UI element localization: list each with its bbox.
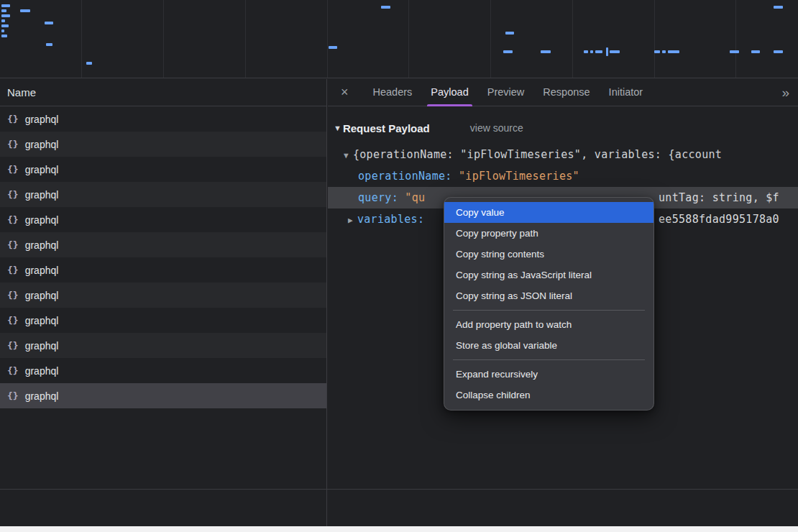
network-activity-bar [584, 50, 588, 53]
menu-separator [453, 310, 645, 311]
timeline-gridline [408, 0, 409, 78]
network-activity-bar [503, 50, 513, 53]
column-header-name[interactable]: Name [0, 79, 326, 106]
request-name: graphql [25, 164, 59, 175]
network-activity-bar [774, 50, 783, 53]
timeline-gridline [245, 0, 246, 78]
tab-payload[interactable]: Payload [422, 79, 477, 106]
menu-item-add-property-path-to-watch[interactable]: Add property path to watch [444, 314, 653, 335]
tab-initiator[interactable]: Initiator [600, 79, 652, 106]
network-activity-bar [662, 50, 666, 53]
menu-item-copy-value[interactable]: Copy value [444, 202, 653, 223]
menu-item-copy-string-as-json-literal[interactable]: Copy string as JSON literal [444, 285, 653, 306]
request-row[interactable]: {}graphql [0, 283, 326, 308]
request-row[interactable]: {}graphql [0, 308, 326, 333]
menu-item-store-as-global-variable[interactable]: Store as global variable [444, 335, 653, 356]
request-row[interactable]: {}graphql [0, 207, 326, 232]
json-braces-icon: {} [7, 189, 19, 200]
request-row[interactable]: {}graphql [0, 232, 326, 257]
tab-preview[interactable]: Preview [479, 79, 533, 106]
network-activity-bar [654, 50, 660, 53]
request-row[interactable]: {}graphql [0, 182, 326, 207]
tab-response[interactable]: Response [534, 79, 598, 106]
request-name: graphql [25, 390, 59, 402]
request-row[interactable]: {}graphql [0, 257, 326, 283]
request-name: graphql [25, 265, 59, 276]
request-row[interactable]: {}graphql [0, 157, 326, 182]
request-name: graphql [25, 290, 59, 301]
network-activity-bar [595, 50, 602, 53]
json-braces-icon: {} [7, 114, 19, 124]
menu-separator [453, 359, 645, 360]
json-braces-icon: {} [7, 265, 19, 275]
network-activity-bar [46, 43, 52, 46]
network-activity-bar [1, 24, 9, 27]
json-braces-icon: {} [7, 239, 19, 250]
network-activity-bar [774, 6, 783, 9]
request-row[interactable]: {}graphql [0, 358, 326, 383]
key-value-space [452, 170, 459, 183]
request-row[interactable]: {}graphql [0, 383, 326, 408]
timeline-gridline [81, 0, 82, 78]
json-braces-icon: {} [7, 340, 19, 351]
property-key: variables: [357, 213, 424, 226]
request-name: graphql [25, 315, 59, 326]
request-name: graphql [25, 340, 59, 352]
view-source-link[interactable]: view source [470, 122, 523, 134]
tab-headers[interactable]: Headers [364, 79, 421, 106]
timeline-overview[interactable] [0, 0, 798, 78]
request-row[interactable]: {}graphql [0, 106, 326, 132]
network-activity-bar [606, 47, 608, 56]
expand-triangle-icon[interactable]: ▶ [348, 216, 353, 225]
tree-row-object-preview[interactable]: ▼{operationName: "ipFlowTimeseries", var… [328, 144, 798, 165]
page-below-devtools [0, 526, 798, 532]
network-activity-bar [20, 9, 30, 12]
section-title: Request Payload [343, 122, 430, 134]
menu-item-copy-string-as-javascript-literal[interactable]: Copy string as JavaScript literal [444, 265, 653, 285]
menu-item-expand-recursively[interactable]: Expand recursively [444, 364, 653, 385]
json-braces-icon: {} [7, 139, 19, 150]
json-braces-icon: {} [7, 315, 19, 326]
menu-item-collapse-children[interactable]: Collapse children [444, 385, 653, 405]
request-row[interactable]: {}graphql [0, 132, 326, 157]
object-preview-text: {operationName: "ipFlowTimeseries", vari… [353, 148, 722, 161]
timeline-gridline [572, 0, 573, 78]
request-name: graphql [25, 365, 59, 377]
network-activity-bar [45, 22, 53, 24]
request-row[interactable]: {}graphql [0, 333, 326, 358]
tree-row-operation-name[interactable]: operationName: "ipFlowTimeseries" [328, 165, 798, 187]
property-value-continuation: untTag: string, $f [659, 187, 779, 208]
property-key: query: [358, 191, 398, 204]
network-activity-bar [590, 50, 593, 53]
network-activity-bar [668, 50, 679, 53]
json-braces-icon: {} [7, 365, 19, 376]
devtools-network-panel: Name {}graphql{}graphql{}graphql{}graphq… [0, 0, 798, 532]
network-activity-bar [730, 50, 739, 53]
request-name: graphql [25, 139, 59, 150]
timeline-gridline [490, 0, 491, 78]
request-payload-section-header: ▼ Request Payload view source [328, 117, 798, 139]
network-activity-bar [1, 19, 5, 22]
network-activity-bar [381, 6, 390, 9]
network-activity-bar [86, 62, 92, 65]
summary-divider [0, 489, 798, 490]
collapse-triangle-icon[interactable]: ▼ [344, 151, 349, 160]
timeline-gridline [654, 0, 655, 78]
section-collapse-triangle-icon[interactable]: ▼ [334, 124, 341, 132]
json-braces-icon: {} [7, 390, 19, 401]
property-value-start: "qu [405, 191, 425, 204]
timeline-gridline [163, 0, 164, 78]
json-braces-icon: {} [7, 290, 19, 301]
request-name: graphql [25, 114, 59, 125]
network-activity-bar [1, 35, 7, 37]
menu-item-copy-property-path[interactable]: Copy property path [444, 223, 653, 244]
key-value-space [398, 191, 405, 204]
network-activity-bar [505, 32, 514, 35]
network-activity-bar [1, 4, 10, 7]
tabs-overflow-icon[interactable]: » [781, 85, 789, 101]
menu-item-copy-string-contents[interactable]: Copy string contents [444, 244, 653, 265]
network-activity-bar [541, 50, 551, 53]
close-icon[interactable]: × [341, 85, 349, 100]
request-name: graphql [25, 189, 59, 201]
property-value: "ipFlowTimeseries" [459, 170, 579, 183]
